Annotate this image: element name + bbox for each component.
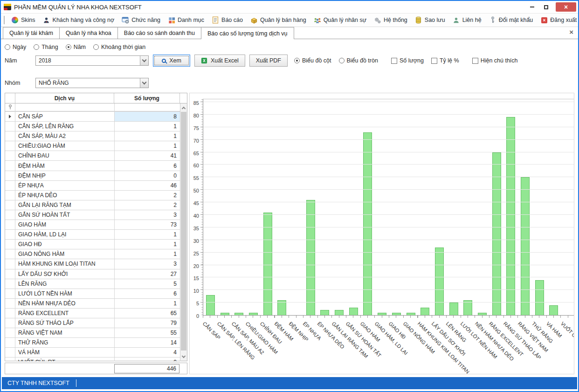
combobox-dropdown-button[interactable] (140, 78, 148, 88)
quantity-cell: 4 (115, 348, 181, 358)
chart-bar (234, 313, 243, 315)
y-axis-label: 30 (193, 238, 199, 244)
table-row[interactable]: CHIỀU:GIAO HÀM1 (5, 141, 187, 151)
row-indicator (5, 309, 15, 318)
auto-filter-row[interactable] (5, 103, 187, 112)
checkbox-so-luong[interactable]: Số lượng (391, 57, 424, 64)
maximize-button[interactable] (539, 2, 553, 12)
table-row[interactable]: LƯỚI LÓT NỀN HÀM6 (5, 289, 187, 299)
y-axis-label: 80 (193, 113, 199, 118)
skins-icon (11, 16, 19, 24)
table-row[interactable]: VÁ HÀM4 (5, 348, 187, 358)
toolbar-item-skins[interactable]: Skins (7, 15, 39, 25)
radio-bieu-do-tron[interactable]: Biểu đồ tròn (339, 57, 378, 64)
view-button[interactable]: Xem (153, 55, 190, 67)
year-combobox[interactable]: 2018 (35, 55, 149, 66)
chart-bar (435, 248, 444, 315)
table-row[interactable]: CẮN SÁP, MÀU A21 (5, 131, 187, 141)
toolbar-item-categories[interactable]: Danh mục (164, 15, 208, 25)
row-indicator (5, 259, 15, 269)
bar-chart-panel: 0510152025303540455055606570758085 CẮN S… (189, 93, 574, 374)
table-row[interactable]: ĐỆM NHỊP0 (5, 171, 187, 181)
tab-label: Quản lý nha khoa (66, 30, 111, 36)
row-indicator (5, 348, 15, 358)
table-row[interactable]: ÉP NHỰA DẺO2 (5, 191, 187, 200)
grid-rows: CẮN SÁP8CẮN SÁP, LÊN RĂNG1CẮN SÁP, MÀU A… (5, 112, 187, 361)
table-row[interactable]: VUỐT CÙI, RT0 (5, 358, 187, 361)
maximize-icon (544, 5, 548, 9)
toolbar-item-password[interactable]: Đổi mật khẩu (485, 15, 537, 25)
filter-input-so-luong[interactable] (115, 103, 181, 111)
table-row[interactable]: HÀM KHUNG KIM LOẠI TITAN3 (5, 259, 187, 269)
service-name-cell: GẮN SỨ HOÀN TẤT (15, 210, 115, 220)
chart-bars (203, 99, 574, 315)
chart-bar (221, 313, 229, 315)
toolbar-item-reports[interactable]: Báo cáo (208, 15, 247, 25)
chart-bar (263, 213, 272, 315)
combobox-dropdown-button[interactable] (140, 56, 148, 65)
table-row[interactable]: GIAO NÔNG HÀM1 (5, 249, 187, 259)
toolbar-item-logout[interactable]: Đăng xuất (537, 15, 579, 25)
toolbar-item-customers[interactable]: Khách hàng và công nợ (39, 15, 118, 25)
checkbox-icon (431, 58, 437, 64)
table-vertical-scrollbar[interactable] (180, 103, 187, 361)
filter-panel: Ngày Tháng Năm Khoảng thời gian Năm 2018… (1, 39, 578, 90)
y-axis-label: 20 (193, 263, 199, 269)
tab-quan-ly-nha-khoa[interactable]: Quản lý nha khoa (59, 27, 118, 39)
toolbar-item-functions[interactable]: Chức năng (118, 15, 164, 25)
toolbar-item-hr[interactable]: Quản lý nhân sự (310, 15, 370, 25)
table-row[interactable]: LÊN RĂNG5 (5, 279, 187, 289)
radio-thang[interactable]: Tháng (34, 44, 58, 50)
export-excel-label: Xuất Excel (211, 57, 239, 64)
hr-icon (314, 16, 321, 24)
tab-bao-cao-so-sanh-doanh-thu[interactable]: Báo cáo so sánh doanh thu (117, 27, 201, 39)
table-row[interactable]: GIAO HÀM73 (5, 220, 187, 230)
table-row[interactable]: GIAO HĐ1 (5, 240, 187, 249)
table-row[interactable]: CẮN SÁP, LÊN RĂNG1 (5, 122, 187, 131)
table-row[interactable]: NỀN HÀM NHỰA DẺO1 (5, 299, 187, 309)
column-header-so-luong[interactable]: Số lượng (114, 93, 180, 103)
radio-khoang-thoi-gian[interactable]: Khoảng thời gian (93, 44, 145, 50)
checkbox-hien-chu-thich[interactable]: Hiện chú thích (472, 57, 518, 64)
table-row[interactable]: CHỈNH ĐAU41 (5, 151, 187, 161)
export-excel-button[interactable]: Xuất Excel (194, 55, 245, 67)
gridline (203, 302, 574, 303)
scroll-down-button[interactable] (180, 353, 187, 360)
table-row[interactable]: GẮN LẠI RĂNG TẠM2 (5, 200, 187, 210)
toolbar-item-contact[interactable]: Liên hệ (449, 15, 485, 25)
table-row[interactable]: RĂNG SỨ THÁO LẮP79 (5, 318, 187, 328)
period-radio-group: Ngày Tháng Năm Khoảng thời gian (5, 42, 574, 52)
table-row[interactable]: GẮN SỨ HOÀN TẤT3 (5, 210, 187, 220)
table-row[interactable]: GIAO HÀM, LD LẠI1 (5, 230, 187, 240)
tab-quan-ly-tai-kham[interactable]: Quản lý tái khám (3, 27, 60, 39)
table-row[interactable]: ĐỆM HÀM6 (5, 161, 187, 171)
table-row[interactable]: LẤY DẤU SƠ KHỞI27 (5, 269, 187, 279)
table-row[interactable]: RĂNG EXCELLENT65 (5, 309, 187, 318)
window-title: PHẦN MỀM QUẢN LÝ NHA KHOA NEXTSOFT (14, 4, 525, 11)
toolbar-item-backup[interactable]: Sao lưu (411, 15, 449, 25)
toolbar-item-sales[interactable]: Quản lý bán hàng (247, 15, 310, 25)
chart-bar (420, 308, 429, 315)
checkbox-ty-le[interactable]: Tỷ lệ % (431, 57, 459, 64)
group-combobox[interactable]: NHỔ RĂNG (35, 78, 149, 88)
column-header-dich-vu[interactable]: Dịch vụ (15, 93, 114, 103)
service-name-cell: RĂNG VIỆT NAM (15, 328, 115, 338)
tab-bao-cao-so-luong-tung-dich-vu[interactable]: Báo cáo số lượng từng dịch vụ (201, 27, 294, 39)
table-row[interactable]: ÉP NHỰA46 (5, 181, 187, 191)
y-axis-label: 55 (193, 175, 199, 181)
minimize-button[interactable] (525, 2, 539, 12)
radio-bieu-do-cot[interactable]: Biểu đồ cột (294, 57, 331, 64)
table-row[interactable]: THỬ RĂNG14 (5, 338, 187, 348)
tab-close-icon[interactable]: × (569, 28, 573, 35)
table-row[interactable]: RĂNG VIỆT NAM55 (5, 328, 187, 338)
scroll-up-button[interactable] (180, 104, 187, 111)
radio-ngay[interactable]: Ngày (5, 44, 26, 50)
tab-label: Quản lý tái khám (9, 30, 53, 36)
scrollbar-thumb[interactable] (181, 112, 186, 351)
toolbar-item-system[interactable]: Hệ thống (370, 15, 411, 25)
table-row[interactable]: CẮN SÁP8 (5, 112, 187, 122)
export-pdf-button[interactable]: Xuất PDF (249, 55, 288, 67)
filter-input-dich-vu[interactable] (15, 103, 115, 111)
close-button[interactable]: × (556, 2, 576, 12)
radio-nam[interactable]: Năm (66, 44, 86, 50)
